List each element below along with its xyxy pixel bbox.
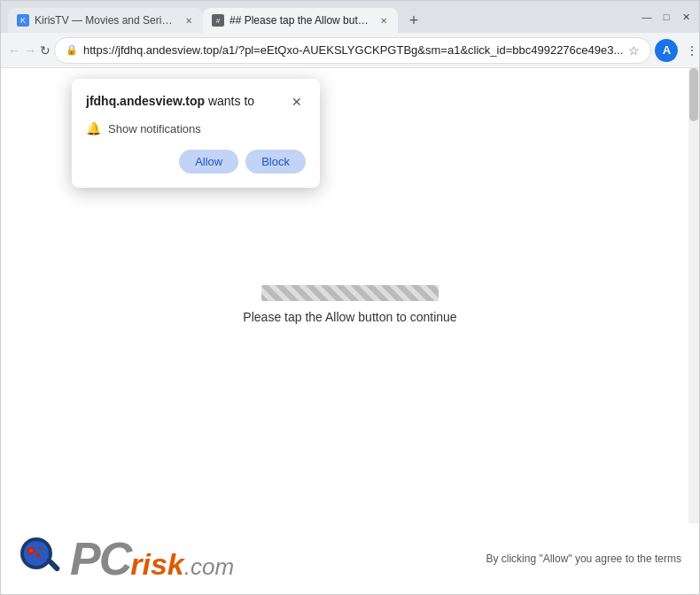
window-controls: — □ ✕ — [641, 11, 692, 23]
page-footer: PCrisk.com By clicking "Allow" you agree… — [1, 523, 699, 594]
nav-bar: ← → ↻ 🔒 https://jfdhq.andesview.top/a1/?… — [1, 33, 699, 68]
svg-point-4 — [29, 549, 33, 552]
bell-icon: 🔔 — [86, 121, 101, 135]
tab-1-title: KirisTV — Movies and Series D... — [35, 14, 176, 27]
pcrisk-logo: PCrisk.com — [19, 536, 234, 582]
profile-button[interactable]: A — [655, 39, 678, 62]
bookmark-icon[interactable]: ☆ — [628, 43, 640, 58]
tab-group: K KirisTV — Movies and Series D... ✕ # #… — [8, 1, 630, 33]
tab-1-favicon: K — [17, 14, 29, 27]
svg-rect-2 — [47, 559, 61, 573]
forward-button[interactable]: → — [24, 38, 36, 63]
svg-point-1 — [24, 541, 49, 566]
dialog-title: jfdhq.andesview.top wants to — [86, 93, 254, 111]
magnifier-icon — [19, 536, 65, 582]
title-bar: K KirisTV — Movies and Series D... ✕ # #… — [1, 1, 699, 33]
new-tab-button[interactable]: + — [401, 8, 426, 33]
progress-bar — [261, 285, 439, 301]
logo-com: .com — [184, 553, 234, 581]
footer-terms: By clicking "Allow" you agree to the ter… — [486, 552, 681, 565]
dialog-close-button[interactable]: ✕ — [288, 93, 306, 111]
permission-dialog: jfdhq.andesview.top wants to ✕ 🔔 Show no… — [72, 79, 320, 188]
nav-icons: A ⋮ — [655, 38, 700, 63]
dialog-suffix: wants to — [205, 94, 254, 108]
lock-icon: 🔒 — [66, 44, 78, 56]
tab-2[interactable]: # ## Please tap the Allow button... ✕ — [203, 8, 398, 33]
back-button[interactable]: ← — [8, 38, 20, 63]
close-button[interactable]: ✕ — [680, 11, 692, 23]
dialog-option-text: Show notifications — [108, 122, 201, 135]
allow-button[interactable]: Allow — [179, 150, 238, 174]
tab-1-close[interactable]: ✕ — [182, 13, 196, 27]
refresh-button[interactable]: ↻ — [40, 38, 51, 63]
maximize-button[interactable]: □ — [660, 11, 673, 23]
scrollbar[interactable] — [688, 68, 699, 594]
browser-window: K KirisTV — Movies and Series D... ✕ # #… — [0, 0, 700, 595]
address-bar[interactable]: 🔒 https://jfdhq.andesview.top/a1/?pl=eEt… — [54, 37, 651, 64]
address-url: https://jfdhq.andesview.top/a1/?pl=eEtQx… — [83, 43, 623, 57]
dialog-option: 🔔 Show notifications — [86, 121, 306, 135]
tab-2-title: ## Please tap the Allow button... — [229, 14, 371, 27]
logo-pc: PC — [70, 536, 130, 582]
dialog-buttons: Allow Block — [86, 150, 306, 174]
tab-2-close[interactable]: ✕ — [377, 13, 391, 27]
svg-point-5 — [36, 553, 41, 558]
logo-full: PCrisk.com — [70, 536, 234, 582]
logo-risk: risk — [130, 549, 184, 579]
dialog-header: jfdhq.andesview.top wants to ✕ — [86, 93, 306, 111]
scrollbar-thumb[interactable] — [689, 68, 698, 121]
page-body: Please tap the Allow button to continue — [243, 285, 456, 324]
page-content: jfdhq.andesview.top wants to ✕ 🔔 Show no… — [1, 68, 699, 594]
block-button[interactable]: Block — [245, 150, 306, 174]
tab-2-favicon: # — [212, 14, 224, 27]
more-button[interactable]: ⋮ — [680, 38, 700, 63]
svg-point-6 — [39, 547, 42, 550]
page-instruction: Please tap the Allow button to continue — [243, 310, 456, 324]
minimize-button[interactable]: — — [641, 11, 653, 23]
tab-1[interactable]: K KirisTV — Movies and Series D... ✕ — [8, 8, 203, 33]
dialog-domain: jfdhq.andesview.top — [86, 94, 205, 108]
